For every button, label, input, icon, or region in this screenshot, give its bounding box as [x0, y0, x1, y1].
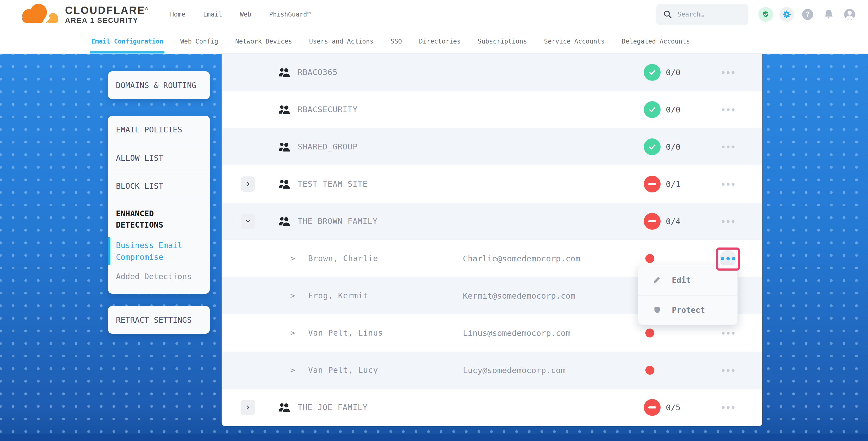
protected-count: 0/1: [666, 165, 681, 203]
sidebar-item-retract-settings[interactable]: RETRACT SETTINGS: [108, 306, 210, 334]
row-name: THE JOE FAMILY: [298, 389, 368, 426]
check-icon: [648, 68, 657, 77]
protected-count: 0/0: [666, 91, 681, 128]
sidebar-item-block-list[interactable]: BLOCK LIST: [108, 172, 210, 200]
page: { "header": { "brand": { "name": "CLOUDF…: [0, 0, 868, 441]
page-bottom-strip: [0, 434, 868, 441]
minus-icon: [648, 406, 656, 408]
group-icon: [278, 403, 290, 413]
menu-item-label: Edit: [672, 276, 691, 285]
nav-item-web[interactable]: Web: [240, 11, 251, 18]
table-row: > Van Pelt, Lucy Lucy@somedemocorp.com: [222, 352, 762, 389]
row-menu-button[interactable]: [720, 250, 736, 267]
expand-toggle-button[interactable]: [241, 400, 255, 415]
brand-name: CLOUDFLARE®: [65, 5, 149, 16]
sidebar-item-email-policies[interactable]: EMAIL POLICIES: [108, 116, 210, 144]
row-name: Frog, Kermit: [308, 277, 368, 314]
row-name: SHARED_GROUP: [298, 128, 358, 165]
cloudflare-cloud-icon: [16, 3, 61, 25]
sidebar-email-policies-card: EMAIL POLICIES ALLOW LIST BLOCK LIST ENH…: [108, 116, 210, 294]
status-badge: [644, 64, 660, 81]
protection-shield-check-icon[interactable]: [758, 7, 773, 22]
row-name: Van Pelt, Lucy: [308, 352, 378, 389]
user-avatar-icon[interactable]: [842, 7, 857, 22]
nav-item-email[interactable]: Email: [203, 11, 222, 18]
pencil-icon: [652, 276, 662, 285]
search-input[interactable]: [678, 11, 735, 18]
child-chevron-icon: >: [290, 240, 295, 277]
tab-service-accounts[interactable]: Service Accounts: [544, 29, 605, 54]
settings-gear-icon[interactable]: [779, 7, 794, 22]
child-chevron-icon: >: [290, 277, 295, 314]
groups-table-panel: > RBACO365 0/0 > RBACSECURITY: [222, 54, 762, 426]
row-menu-button[interactable]: [720, 64, 736, 81]
tab-delegated-accounts[interactable]: Delegated Accounts: [622, 29, 690, 54]
row-name: TEST TEAM SITE: [298, 165, 368, 203]
tab-web-config[interactable]: Web Config: [180, 29, 218, 54]
row-email: Linus@somedemocorp.com: [463, 314, 570, 352]
shield-icon: [652, 306, 662, 315]
nav-item-home[interactable]: Home: [170, 11, 185, 18]
row-menu-button[interactable]: [720, 399, 736, 416]
chevron-icon: [245, 404, 251, 411]
row-menu-button[interactable]: [720, 213, 736, 230]
menu-item-edit[interactable]: Edit: [638, 265, 737, 295]
menu-item-label: Protect: [672, 306, 705, 315]
notifications-bell-icon[interactable]: [821, 7, 836, 22]
tab-subscriptions[interactable]: Subscriptions: [478, 29, 527, 54]
app-header: CLOUDFLARE® AREA 1 SECURITY Home Email W…: [0, 0, 868, 29]
help-icon[interactable]: ?: [800, 7, 815, 22]
expand-toggle-button[interactable]: [241, 177, 255, 192]
status-badge: [644, 399, 660, 416]
row-name: Brown, Charlie: [308, 240, 378, 277]
unprotected-dot: [645, 328, 654, 338]
row-menu-button[interactable]: [720, 176, 736, 192]
nav-item-phishguard[interactable]: PhishGuard™: [269, 11, 311, 18]
row-name: Van Pelt, Linus: [308, 314, 383, 352]
child-chevron-icon: >: [290, 352, 295, 389]
group-icon: [278, 67, 290, 78]
tab-email-configuration[interactable]: Email Configuration: [91, 29, 163, 54]
table-row: > RBACO365 0/0: [222, 54, 762, 91]
cloudflare-logo: CLOUDFLARE® AREA 1 SECURITY: [16, 3, 149, 25]
tab-sso[interactable]: SSO: [391, 29, 402, 54]
protected-count: 0/0: [666, 128, 681, 165]
group-icon: [278, 105, 290, 116]
search-icon: [663, 10, 672, 19]
protected-count: 0/0: [666, 54, 681, 91]
menu-item-protect[interactable]: Protect: [638, 295, 737, 324]
sidebar-item-domains-routing[interactable]: DOMAINS & ROUTING: [108, 71, 210, 99]
status-badge: [644, 138, 660, 155]
minus-icon: [648, 220, 656, 222]
row-email: Charlie@somedemocorp.com: [463, 240, 580, 277]
sidebar-item-label: RETRACT SETTINGS: [116, 315, 192, 324]
row-menu-button[interactable]: [720, 138, 736, 155]
row-menu-button[interactable]: [720, 362, 736, 379]
chevron-icon: [245, 218, 251, 224]
tab-directories[interactable]: Directories: [419, 29, 461, 54]
row-context-menu: Edit Protect: [638, 265, 738, 325]
table-row: > RBACSECURITY 0/0: [222, 91, 762, 128]
group-icon: [278, 216, 290, 227]
row-email: Kermit@somedemocorp.com: [463, 277, 575, 314]
sidebar-item-added-detections[interactable]: Added Detections: [116, 272, 202, 281]
sidebar-item-allow-list[interactable]: ALLOW LIST: [108, 144, 210, 172]
minus-icon: [648, 183, 656, 185]
row-menu-button[interactable]: [720, 101, 736, 118]
protected-count: 0/4: [666, 203, 681, 240]
svg-text:?: ?: [805, 10, 810, 19]
row-menu-button[interactable]: [720, 324, 736, 341]
unprotected-dot: [645, 366, 654, 375]
enhanced-detections-title: ENHANCED DETECTIONS: [116, 208, 182, 230]
sidebar-item-business-email-compromise[interactable]: Business Email Compromise: [116, 240, 185, 263]
row-name: RBACO365: [298, 54, 338, 91]
tab-users-and-actions[interactable]: Users and Actions: [309, 29, 374, 54]
expand-toggle-button[interactable]: [241, 214, 255, 229]
row-email: Lucy@somedemocorp.com: [463, 352, 566, 389]
sidebar-item-label: DOMAINS & ROUTING: [116, 81, 196, 90]
check-icon: [648, 143, 657, 151]
protected-count: 0/5: [666, 389, 681, 426]
unprotected-dot: [645, 254, 654, 263]
search-box[interactable]: [656, 4, 748, 25]
tab-network-devices[interactable]: Network Devices: [235, 29, 292, 54]
